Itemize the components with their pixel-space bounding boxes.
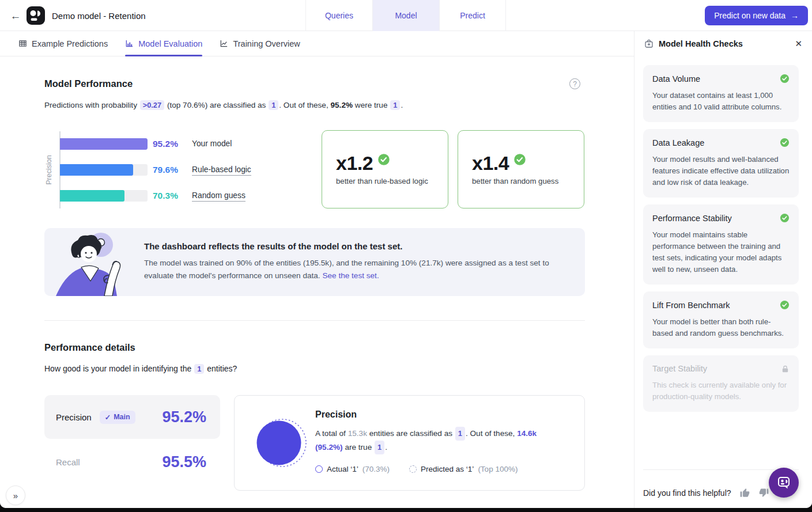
check-icon: ✓ <box>105 413 111 422</box>
class-badge: 1 <box>269 100 278 110</box>
check-badge-icon <box>780 300 790 310</box>
logo-icon <box>25 5 46 26</box>
help-icon[interactable]: ? <box>569 78 580 89</box>
total-count: 15.3k <box>348 429 367 438</box>
bar-label: Your model <box>192 139 232 148</box>
main-content: Model Performance ? Predictions with pro… <box>0 56 634 508</box>
check-target-stability: Target Stability This check is currently… <box>643 355 799 412</box>
model-title: Demo model - Retention <box>52 11 146 21</box>
tab-model[interactable]: Model <box>372 0 439 31</box>
class-badge: 1 <box>375 441 384 454</box>
class-badge: 1 <box>194 364 204 374</box>
lift-caption: better than rule-based logic <box>336 177 448 185</box>
top-bar: ← Demo model - Retention Queries Model P… <box>0 0 812 31</box>
section-divider <box>44 320 585 321</box>
check-badge-icon <box>513 153 526 166</box>
back-button[interactable]: ← <box>8 9 23 24</box>
main-metric-badge: ✓Main <box>100 411 135 424</box>
lift-value: x1.4 <box>472 153 509 173</box>
detail-card-text: A total of 15.3k entities are classified… <box>315 427 563 454</box>
tab-queries[interactable]: Queries <box>305 0 372 31</box>
precision-value-inline: 95.2% <box>330 101 353 109</box>
class-badge: 1 <box>390 100 400 110</box>
back-arrow-icon: ← <box>10 10 21 22</box>
health-checks-sidebar: Model Health Checks ✕ Data Volume Your d… <box>634 31 812 508</box>
expand-sidebar-button[interactable]: » <box>6 486 25 505</box>
bar-track <box>60 164 148 176</box>
check-badge-icon <box>780 74 790 84</box>
legend-predicted: Predicted as ‘1’ (Top 100%) <box>409 465 518 473</box>
tab-model-evaluation[interactable]: Model Evaluation <box>125 31 202 56</box>
metric-label: Recall <box>56 457 80 467</box>
bar-rule-based <box>60 164 133 176</box>
app-root: ← Demo model - Retention Queries Model P… <box>0 0 812 512</box>
bar-label: Random guess <box>192 191 246 200</box>
sidebar-header: Model Health Checks ✕ <box>635 31 812 56</box>
assistant-logo-icon <box>776 475 791 490</box>
lift-value: x1.2 <box>336 153 373 173</box>
bar-track <box>60 190 148 202</box>
predict-on-new-data-button[interactable]: Predict on new data → <box>705 6 808 25</box>
tab-example-predictions[interactable]: Example Predictions <box>18 31 108 56</box>
check-data-leakage: Data Leakage Your model results and well… <box>643 129 799 198</box>
legend-actual: Actual ‘1’ (70.3%) <box>315 465 390 473</box>
thumbs-up-icon[interactable] <box>739 487 750 498</box>
venn-circle-diagram <box>252 414 309 472</box>
precision-detail-card: Precision A total of 15.3k entities are … <box>234 395 585 491</box>
close-icon[interactable]: ✕ <box>795 39 802 49</box>
line-chart-icon <box>220 39 228 48</box>
bar-value: 79.6% <box>153 165 178 175</box>
class-badge: 1 <box>455 427 465 441</box>
bar-track <box>60 138 148 150</box>
dashed-circle-icon <box>409 465 417 473</box>
diagram-legend: Actual ‘1’ (70.3%) Predicted as ‘1’ (Top… <box>315 465 518 473</box>
lift-card-rule-based: x1.2 better than rule-based logic <box>322 130 448 208</box>
bar-chart-icon <box>125 39 134 48</box>
lift-caption: better than random guess <box>472 177 584 185</box>
detail-card-title: Precision <box>315 409 357 420</box>
bar-label: Rule-based logic <box>192 165 251 174</box>
bar-your-model <box>60 138 148 150</box>
check-performance-stability: Performance Stability Your model maintai… <box>643 204 799 285</box>
check-badge-icon <box>377 153 390 166</box>
assistant-fab-button[interactable] <box>769 468 799 498</box>
bar-row-your-model: 95.2% Your model <box>44 138 275 150</box>
feedback-question: Did you find this helpful? <box>643 488 731 498</box>
benchmark-bar-chart: Precision 95.2% Your model 79.6% Rule-ba… <box>44 130 275 211</box>
performance-details-title: Performance details <box>44 342 135 353</box>
lock-icon <box>781 365 790 373</box>
bar-row-random-guess: 70.3% Random guess <box>44 190 275 202</box>
bar-value: 70.3% <box>153 191 178 201</box>
tab-predict[interactable]: Predict <box>439 0 506 31</box>
tab-training-overview[interactable]: Training Overview <box>220 31 300 56</box>
person-lightbulb-illustration <box>44 228 154 296</box>
solid-circle-icon <box>315 465 323 473</box>
banner-title: The dashboard reflects the results of th… <box>144 241 402 251</box>
health-kit-icon <box>644 39 654 48</box>
metric-value: 95.5% <box>162 453 206 471</box>
classification-summary: Predictions with probability >0.27 (top … <box>44 100 403 110</box>
identify-question: How good is your model in identifying th… <box>44 364 237 374</box>
health-check-list: Data Volume Your dataset contains at lea… <box>643 65 799 419</box>
app-window: ← Demo model - Retention Queries Model P… <box>0 0 812 508</box>
lift-card-random-guess: x1.4 better than random guess <box>458 130 584 208</box>
arrow-right-icon: → <box>791 11 799 20</box>
metric-row-recall[interactable]: Recall 95.5% <box>44 443 220 480</box>
sub-tab-bar: Example Predictions Model Evaluation Tra… <box>0 31 634 56</box>
double-chevron-icon: » <box>13 491 18 500</box>
test-set-banner: The dashboard reflects the results of th… <box>44 228 585 296</box>
metric-value: 95.2% <box>162 408 206 426</box>
table-grid-icon <box>18 39 27 48</box>
metric-row-precision[interactable]: Precision ✓Main 95.2% <box>44 395 220 439</box>
see-test-set-link[interactable]: See the test set. <box>322 271 379 280</box>
threshold-badge: >0.27 <box>140 100 164 110</box>
thumbs-down-icon[interactable] <box>758 487 769 498</box>
bar-row-rule-based: 79.6% Rule-based logic <box>44 164 275 176</box>
check-badge-icon <box>780 138 790 147</box>
sidebar-title: Model Health Checks <box>659 39 743 48</box>
bar-value: 95.2% <box>153 139 178 149</box>
model-performance-title: Model Performance <box>44 78 133 89</box>
bar-random-guess <box>60 190 124 202</box>
banner-body: The model was trained on 90% of the enti… <box>144 257 571 282</box>
check-badge-icon <box>780 213 790 223</box>
